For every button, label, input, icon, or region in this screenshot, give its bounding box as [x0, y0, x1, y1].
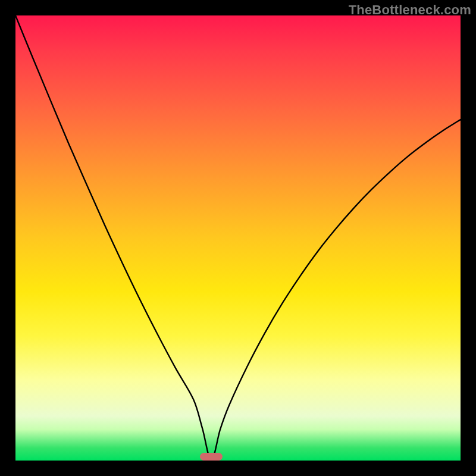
- bottleneck-curve: [15, 15, 461, 461]
- chart-frame: TheBottleneck.com: [0, 0, 476, 476]
- plot-area: [15, 15, 461, 461]
- watermark: TheBottleneck.com: [349, 2, 471, 18]
- optimum-marker: [200, 453, 223, 461]
